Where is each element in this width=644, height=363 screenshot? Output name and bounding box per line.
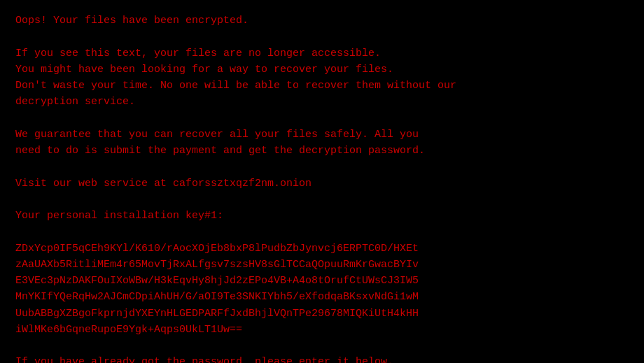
terminal-line: Oops! Your files have been encrypted.: [15, 13, 629, 29]
terminal-line: Visit our web service at caforssztxqzf2n…: [15, 176, 629, 192]
terminal-line: need to do is submit the payment and get…: [15, 143, 629, 159]
terminal-line: We guarantee that you can recover all yo…: [15, 127, 629, 143]
blank-line: [15, 159, 629, 175]
terminal-line: MnYKIfYQeRqHw2AJCmCDpiAhUH/G/aOI9Te3SNKI…: [15, 289, 629, 305]
blank-line: [15, 224, 629, 240]
terminal-line: Your personal installation key#1:: [15, 208, 629, 224]
blank-line: [15, 111, 629, 127]
blank-line: [15, 29, 629, 45]
terminal-line: You might have been looking for a way to…: [15, 62, 629, 78]
terminal-content: Oops! Your files have been encrypted.If …: [15, 13, 629, 363]
terminal-line: ZDxYcp0IF5qCEh9KYl/K610/rAocXOjEb8bxP8lP…: [15, 241, 629, 257]
blank-line: [15, 338, 629, 354]
terminal-screen: Oops! Your files have been encrypted.If …: [0, 0, 644, 363]
terminal-line: E3VEc3pNzDAKFOuIXoWBw/H3kEqvHy8hjJd2zEPo…: [15, 273, 629, 289]
terminal-line: If you see this text, your files are no …: [15, 45, 629, 62]
terminal-line: If you have already got the password, pl…: [15, 354, 629, 363]
terminal-line: iWlMKe6bGqneRupoE9Ygk+Aqps0UkLT1Uw==: [15, 322, 629, 338]
terminal-line: decryption service.: [15, 94, 629, 110]
terminal-line: UubABBgXZBgoFkprnjdYXEYnHLGEDPARFfJxdBhj…: [15, 306, 629, 322]
terminal-line: Don't waste your time. No one will be ab…: [15, 78, 629, 94]
terminal-line: zAaUAXb5RitliMEm4r65MovTjRxALfgsv7szsHV8…: [15, 257, 629, 273]
blank-line: [15, 192, 629, 208]
